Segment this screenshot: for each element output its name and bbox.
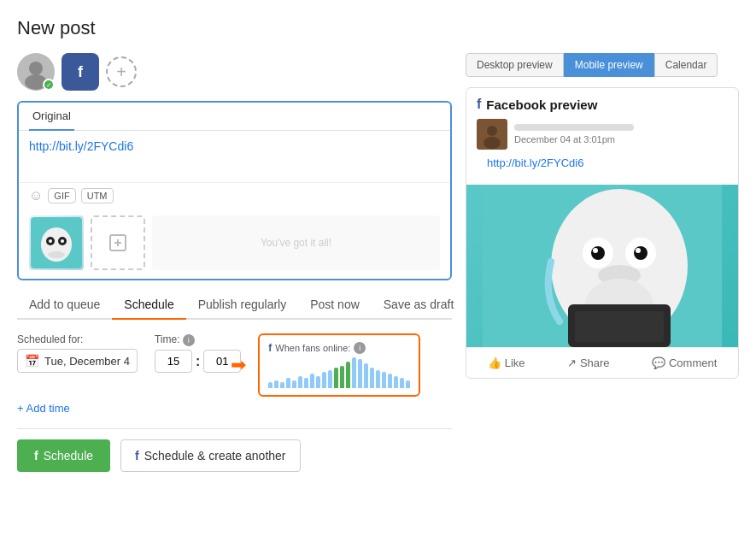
tab-add-to-queue[interactable]: Add to queue	[17, 291, 112, 320]
tab-schedule[interactable]: Schedule	[112, 291, 185, 320]
fan-bar-23	[406, 380, 410, 388]
fan-bar-12	[340, 366, 344, 388]
fb-preview-title: f Facebook preview	[477, 97, 728, 112]
fan-bar-17	[370, 368, 374, 388]
schedule-another-label: Schedule & create another	[144, 449, 286, 463]
comment-icon: 💬	[652, 357, 665, 369]
schedule-another-button[interactable]: f Schedule & create another	[120, 439, 300, 472]
fan-bar-19	[382, 372, 386, 388]
left-panel: f + Original http://bit.ly/2FYCdi6 ☺ GIF…	[17, 53, 452, 472]
arrow-icon: ➡	[231, 354, 246, 376]
fan-bar-0	[268, 382, 273, 388]
tab-calendar[interactable]: Calendar	[654, 53, 718, 77]
calendar-icon: 📅	[25, 354, 39, 368]
svg-point-7	[49, 239, 52, 243]
preview-tabs: Desktop preview Mobile preview Calendar	[466, 53, 739, 77]
tab-desktop-preview[interactable]: Desktop preview	[466, 53, 564, 77]
editor-link[interactable]: http://bit.ly/2FYCdi6	[29, 139, 133, 153]
editor-content[interactable]: http://bit.ly/2FYCdi6	[19, 131, 450, 182]
share-icon: ↗	[567, 357, 577, 369]
fb-comment-button[interactable]: 💬 Comment	[645, 353, 724, 373]
fan-bar-20	[388, 374, 392, 388]
fb-post-actions: 👍 Like ↗ Share 💬 Comment	[466, 347, 738, 378]
fb-user-info: December 04 at 3:01pm	[514, 124, 634, 144]
fb-post-meta: December 04 at 3:01pm	[477, 119, 728, 150]
svg-rect-27	[575, 311, 664, 342]
tab-save-as-draft[interactable]: Save as draft	[372, 291, 466, 320]
schedule-label: Schedule	[44, 449, 93, 463]
fb-like-button[interactable]: 👍 Like	[481, 353, 532, 373]
fan-bar-10	[328, 370, 332, 388]
svg-point-20	[591, 246, 605, 260]
facebook-account-icon[interactable]: f	[62, 53, 99, 91]
tab-publish-regularly[interactable]: Publish regularly	[186, 291, 299, 320]
svg-point-14	[487, 126, 497, 136]
post-type-tabs: Add to queue Schedule Publish regularly …	[17, 291, 452, 320]
fan-bar-8	[316, 376, 320, 388]
fans-info-icon[interactable]: i	[354, 342, 366, 354]
fan-bar-21	[394, 376, 398, 388]
svg-point-8	[61, 239, 64, 243]
svg-point-15	[483, 137, 501, 149]
add-account-button[interactable]: +	[106, 56, 137, 87]
fans-fb-icon: f	[268, 342, 272, 354]
schedule-section: Scheduled for: 📅 Tue, December 4 Time: i	[17, 333, 452, 415]
schedule-button[interactable]: f Schedule	[17, 439, 110, 472]
facebook-preview: f Facebook preview	[466, 87, 739, 379]
fan-bar-18	[376, 370, 380, 388]
editor-tab-original[interactable]: Original	[29, 103, 74, 131]
tab-mobile-preview[interactable]: Mobile preview	[564, 53, 654, 77]
date-value: Tue, December 4	[44, 355, 130, 368]
time-col: Time: i :	[155, 333, 241, 373]
date-input[interactable]: 📅 Tue, December 4	[17, 349, 138, 373]
page-container: New post f +	[0, 0, 756, 554]
tab-post-now[interactable]: Post now	[298, 291, 372, 320]
time-info-icon[interactable]: i	[183, 334, 195, 346]
action-row: f Schedule f Schedule & create another	[17, 428, 452, 472]
svg-point-23	[636, 248, 641, 253]
like-icon: 👍	[488, 357, 501, 369]
schedule-another-fb-icon: f	[135, 449, 139, 463]
fan-bar-22	[400, 378, 404, 388]
fan-bar-16	[364, 363, 368, 388]
main-layout: f + Original http://bit.ly/2FYCdi6 ☺ GIF…	[17, 53, 739, 472]
post-editor: Original http://bit.ly/2FYCdi6 ☺ GIF UTM	[17, 101, 452, 280]
fb-preview-image	[466, 185, 738, 347]
fb-share-button[interactable]: ↗ Share	[560, 353, 617, 373]
fan-bar-11	[334, 368, 338, 388]
fan-bar-14	[352, 357, 356, 388]
fb-brand-icon: f	[477, 97, 481, 112]
date-label: Scheduled for:	[17, 333, 138, 345]
schedule-row: Scheduled for: 📅 Tue, December 4 Time: i	[17, 333, 452, 397]
fans-widget-container: ➡ f When fans online: i	[258, 333, 420, 397]
date-col: Scheduled for: 📅 Tue, December 4	[17, 333, 138, 373]
fan-bar-1	[274, 380, 278, 388]
media-row: You've got it all!	[19, 209, 450, 279]
fan-bar-2	[280, 382, 284, 388]
fan-bar-13	[346, 362, 350, 388]
fb-preview-header: f Facebook preview	[466, 88, 738, 185]
add-time-link[interactable]: + Add time	[17, 402, 70, 415]
robot-thumbnail	[29, 215, 84, 270]
fans-online-widget: f When fans online: i	[258, 333, 420, 397]
add-media-button[interactable]	[91, 215, 145, 270]
fan-bar-4	[292, 380, 296, 388]
fb-post-avatar	[477, 119, 507, 150]
editor-toolbar: ☺ GIF UTM	[19, 182, 450, 209]
time-hour-input[interactable]	[155, 350, 192, 373]
editor-tabs: Original	[19, 103, 450, 131]
utm-button[interactable]: UTM	[81, 188, 114, 203]
svg-point-1	[29, 62, 43, 75]
account-check-icon	[43, 79, 55, 91]
fans-bars	[268, 357, 410, 388]
gif-button[interactable]: GIF	[48, 188, 75, 203]
fan-bar-5	[298, 376, 302, 388]
fb-post-date: December 04 at 3:01pm	[514, 134, 634, 144]
user-avatar-wrap	[17, 53, 55, 91]
fb-user-name-placeholder	[514, 124, 634, 131]
right-panel: Desktop preview Mobile preview Calendar …	[466, 53, 739, 472]
account-row: f +	[17, 53, 452, 91]
fb-preview-link[interactable]: http://bit.ly/2FYCdi6	[477, 153, 728, 176]
time-input-wrap: :	[155, 350, 241, 373]
emoji-button[interactable]: ☺	[29, 188, 43, 203]
